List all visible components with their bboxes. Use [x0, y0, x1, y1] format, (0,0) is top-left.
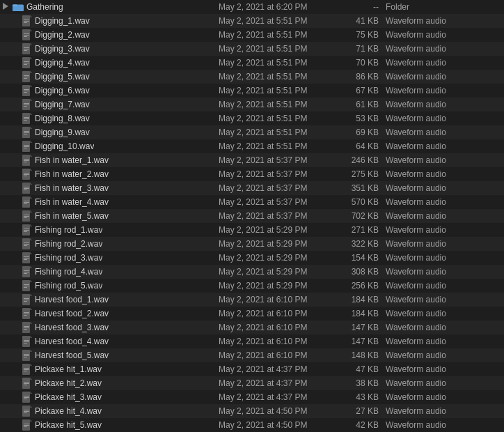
svg-rect-97	[24, 229, 29, 229]
file-row[interactable]: Fishing rod_4.wav May 2, 2021 at 5:29 PM…	[0, 265, 504, 279]
file-name: Harvest food_4.wav	[35, 337, 109, 346]
file-size: 184 KB	[337, 295, 386, 304]
svg-rect-93	[24, 217, 27, 218]
file-row[interactable]: Fish in water_5.wav May 2, 2021 at 5:37 …	[0, 209, 504, 223]
folder-size: --	[337, 2, 386, 12]
file-size: 256 KB	[337, 281, 386, 291]
file-kind: Waveform audio	[386, 323, 501, 332]
file-row[interactable]: Harvest food_2.wav May 2, 2021 at 6:10 P…	[0, 307, 504, 321]
svg-marker-42	[30, 99, 32, 101]
file-row[interactable]: Pickaxe hit_3.wav May 2, 2021 at 4:37 PM…	[0, 390, 504, 404]
file-row[interactable]: Fish in water_4.wav May 2, 2021 at 5:37 …	[0, 195, 504, 209]
wav-file-icon	[22, 85, 32, 96]
svg-rect-79	[24, 187, 29, 187]
svg-rect-19	[24, 47, 29, 48]
file-date: May 2, 2021 at 5:29 PM	[219, 239, 337, 249]
file-row[interactable]: Digging_8.wav May 2, 2021 at 5:51 PM 53 …	[0, 111, 504, 125]
file-date: May 2, 2021 at 5:37 PM	[219, 169, 337, 179]
file-list: Gathering May 2, 2021 at 6:20 PM -- Fold…	[0, 0, 504, 432]
svg-rect-20	[24, 49, 29, 49]
wav-file-icon	[22, 29, 32, 40]
svg-rect-153	[24, 357, 27, 357]
svg-rect-51	[24, 120, 27, 121]
svg-rect-31	[24, 75, 29, 76]
svg-rect-69	[24, 162, 27, 162]
file-size: 53 KB	[337, 114, 386, 123]
file-row[interactable]: Fishing rod_2.wav May 2, 2021 at 5:29 PM…	[0, 237, 504, 251]
file-row[interactable]: Harvest food_1.wav May 2, 2021 at 6:10 P…	[0, 293, 504, 307]
file-row[interactable]: Fish in water_3.wav May 2, 2021 at 5:37 …	[0, 181, 504, 195]
disclosure-arrow[interactable]	[3, 2, 11, 12]
file-kind: Waveform audio	[386, 211, 501, 221]
file-row[interactable]: Digging_7.wav May 2, 2021 at 5:51 PM 61 …	[0, 98, 504, 111]
file-row[interactable]: Fishing rod_5.wav May 2, 2021 at 5:29 PM…	[0, 279, 504, 293]
file-date: May 2, 2021 at 5:29 PM	[219, 267, 337, 277]
file-name: Fish in water_1.wav	[35, 155, 109, 165]
svg-rect-109	[24, 256, 29, 257]
svg-rect-81	[24, 190, 27, 190]
file-date: May 2, 2021 at 4:37 PM	[219, 378, 337, 388]
svg-rect-139	[24, 326, 29, 327]
file-row[interactable]: Pickaxe hit_5.wav May 2, 2021 at 4:50 PM…	[0, 418, 504, 432]
file-row[interactable]: Fishing rod_1.wav May 2, 2021 at 5:29 PM…	[0, 223, 504, 237]
file-size: 275 KB	[337, 169, 386, 179]
file-row[interactable]: Digging_3.wav May 2, 2021 at 5:51 PM 71 …	[0, 42, 504, 56]
svg-rect-7	[24, 20, 29, 20]
file-date: May 2, 2021 at 5:51 PM	[219, 72, 337, 82]
file-row[interactable]: Pickaxe hit_2.wav May 2, 2021 at 4:37 PM…	[0, 376, 504, 390]
file-row[interactable]: Pickaxe hit_4.wav May 2, 2021 at 4:50 PM…	[0, 404, 504, 418]
svg-rect-176	[24, 411, 29, 412]
svg-rect-32	[24, 77, 29, 77]
file-name: Pickaxe hit_4.wav	[35, 406, 102, 416]
file-kind: Waveform audio	[386, 225, 501, 235]
file-row[interactable]: Digging_4.wav May 2, 2021 at 5:51 PM 70 …	[0, 56, 504, 70]
file-kind: Waveform audio	[386, 100, 501, 109]
file-row[interactable]: Digging_10.wav May 2, 2021 at 5:51 PM 64…	[0, 139, 504, 153]
svg-marker-102	[30, 238, 32, 240]
file-kind: Waveform audio	[386, 58, 501, 68]
file-row[interactable]: Fish in water_1.wav May 2, 2021 at 5:37 …	[0, 153, 504, 167]
file-row[interactable]: Digging_9.wav May 2, 2021 at 5:51 PM 69 …	[0, 125, 504, 139]
folder-row[interactable]: Gathering May 2, 2021 at 6:20 PM -- Fold…	[0, 0, 504, 14]
file-size: 147 KB	[337, 337, 386, 346]
file-date: May 2, 2021 at 5:37 PM	[219, 197, 337, 207]
svg-marker-72	[30, 169, 32, 171]
file-row[interactable]: Digging_1.wav May 2, 2021 at 5:51 PM 41 …	[0, 14, 504, 28]
wav-file-icon	[22, 15, 32, 26]
svg-rect-80	[24, 188, 29, 189]
svg-marker-6	[30, 15, 32, 17]
file-row[interactable]: Harvest food_3.wav May 2, 2021 at 6:10 P…	[0, 321, 504, 334]
file-row[interactable]: Fish in water_2.wav May 2, 2021 at 5:37 …	[0, 167, 504, 181]
file-date: May 2, 2021 at 5:29 PM	[219, 253, 337, 263]
file-row[interactable]: Harvest food_5.wav May 2, 2021 at 6:10 P…	[0, 348, 504, 362]
svg-rect-74	[24, 174, 29, 175]
file-row[interactable]: Digging_6.wav May 2, 2021 at 5:51 PM 67 …	[0, 84, 504, 98]
file-kind: Waveform audio	[386, 406, 501, 416]
svg-rect-134	[24, 314, 29, 314]
svg-rect-115	[24, 270, 29, 271]
svg-rect-67	[24, 159, 29, 160]
file-date: May 2, 2021 at 5:29 PM	[219, 281, 337, 291]
wav-file-icon	[22, 196, 32, 208]
svg-marker-162	[30, 378, 32, 380]
svg-marker-24	[30, 57, 32, 59]
file-row[interactable]: Pickaxe hit_1.wav May 2, 2021 at 4:37 PM…	[0, 362, 504, 376]
svg-marker-60	[30, 141, 32, 143]
folder-date: May 2, 2021 at 6:20 PM	[219, 2, 337, 12]
file-size: 43 KB	[337, 392, 386, 402]
file-name: Fishing rod_4.wav	[35, 267, 102, 277]
file-date: May 2, 2021 at 5:51 PM	[219, 86, 337, 95]
file-row[interactable]: Digging_5.wav May 2, 2021 at 5:51 PM 86 …	[0, 70, 504, 84]
svg-rect-3	[13, 6, 24, 11]
file-size: 42 KB	[337, 420, 386, 430]
wav-file-icon	[22, 308, 32, 319]
file-row[interactable]: Digging_2.wav May 2, 2021 at 5:51 PM 75 …	[0, 28, 504, 42]
wav-file-icon	[22, 280, 32, 291]
file-row[interactable]: Harvest food_4.wav May 2, 2021 at 6:10 P…	[0, 334, 504, 348]
file-row[interactable]: Fishing rod_3.wav May 2, 2021 at 5:29 PM…	[0, 251, 504, 265]
file-name: Digging_8.wav	[35, 114, 90, 123]
svg-marker-78	[30, 183, 32, 185]
file-kind: Waveform audio	[386, 281, 501, 291]
svg-marker-150	[30, 350, 32, 352]
svg-marker-18	[30, 43, 32, 45]
